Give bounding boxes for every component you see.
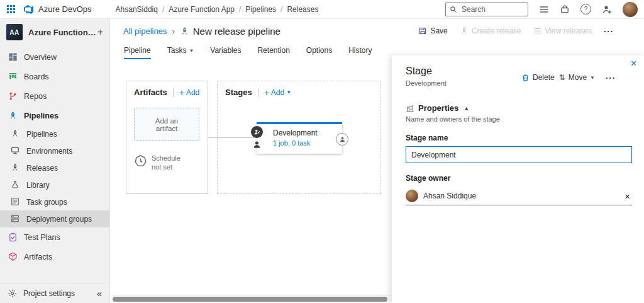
remove-owner-icon[interactable]: × <box>625 191 632 202</box>
panel-subtitle: Development <box>406 79 447 87</box>
tab-retention[interactable]: Retention <box>257 46 289 59</box>
project-name[interactable]: Azure Function App <box>28 28 97 37</box>
divider <box>258 88 258 97</box>
sidebar-item-task-groups[interactable]: Task groups <box>0 193 109 210</box>
properties-title: Properties <box>418 103 458 113</box>
schedule-label: Schedule not set <box>152 154 187 172</box>
move-stage-button[interactable]: ⇅ Move ▼ <box>559 73 595 82</box>
pipelines-icon <box>11 129 20 139</box>
azure-devops-app: Azure DevOps AhsanSiddiq Azure Function … <box>0 0 644 303</box>
plus-icon: + <box>264 88 269 97</box>
stage-card-development[interactable]: Development 1 job, 0 task <box>257 122 342 154</box>
chevron-right-icon: › <box>172 26 174 36</box>
project-settings[interactable]: Project settings « <box>0 283 109 303</box>
waffle-menu-icon[interactable] <box>6 4 16 14</box>
sidebar-item-releases[interactable]: Releases <box>0 159 109 176</box>
save-button[interactable]: Save <box>418 26 447 35</box>
boards-icon <box>8 72 18 81</box>
pipelines-icon <box>8 111 18 120</box>
tab-options[interactable]: Options <box>306 46 332 59</box>
post-deployment-conditions-icon[interactable] <box>336 133 348 146</box>
more-actions-icon[interactable]: ··· <box>604 26 614 36</box>
save-icon <box>418 26 427 35</box>
task-groups-icon <box>11 197 20 207</box>
stage-properties-panel: × Stage Development Delete ⇅ Move ▼ ··· <box>392 55 644 303</box>
all-pipelines-link[interactable]: All pipelines <box>123 26 167 36</box>
add-artifact-dropzone[interactable]: Add an artifact <box>134 108 199 141</box>
properties-section-header[interactable]: Properties ▲ <box>406 103 632 113</box>
artifacts-title: Artifacts <box>134 88 167 97</box>
breadcrumb-org[interactable]: AhsanSiddiq <box>116 5 169 14</box>
user-settings-icon[interactable] <box>602 4 612 14</box>
rocket-icon <box>460 26 469 35</box>
brand-title[interactable]: Azure DevOps <box>38 4 92 14</box>
approvals-person-icon[interactable] <box>252 140 262 149</box>
sidebar-item-artifacts[interactable]: Artifacts <box>0 247 109 266</box>
stage-name-input[interactable] <box>406 146 632 163</box>
test-plans-icon <box>8 232 18 242</box>
sidebar-item-library[interactable]: Library <box>0 176 109 193</box>
tab-pipeline[interactable]: Pipeline <box>124 46 151 59</box>
breadcrumb-releases[interactable]: Releases <box>287 5 318 14</box>
breadcrumb-project[interactable]: Azure Function App <box>169 5 245 14</box>
sidebar: AA Azure Function App + Overview Boards … <box>0 19 110 303</box>
artifacts-panel: Artifacts + Add Add an artifact Schedule… <box>126 81 208 194</box>
horizontal-scrollbar-thumb[interactable] <box>113 297 387 302</box>
divider <box>173 88 174 97</box>
sidebar-item-pipelines[interactable]: Pipelines <box>0 106 109 125</box>
add-project-icon[interactable]: + <box>97 27 103 37</box>
stage-owner-label: Stage owner <box>406 174 632 183</box>
add-stage-button[interactable]: + Add ▼ <box>264 88 291 97</box>
panel-more-icon[interactable]: ··· <box>606 73 616 83</box>
overview-icon <box>8 52 18 62</box>
sidebar-nav: Overview Boards Repos Pipelines Pipeline… <box>0 47 109 266</box>
sidebar-item-boards[interactable]: Boards <box>0 67 109 86</box>
add-artifact-button[interactable]: + Add <box>179 88 200 97</box>
sidebar-item-pipelines-sub[interactable]: Pipelines <box>0 125 109 142</box>
schedule-trigger[interactable]: Schedule not set <box>134 154 200 172</box>
owner-name: Ahsan Siddique <box>423 192 476 200</box>
stage-card-name: Development <box>273 129 337 137</box>
collapse-sidebar-icon[interactable]: « <box>97 288 102 299</box>
chevron-up-icon: ▲ <box>464 105 469 111</box>
search-input[interactable] <box>460 4 524 14</box>
project-avatar[interactable]: AA <box>6 24 23 40</box>
sidebar-item-test-plans[interactable]: Test Plans <box>0 227 109 247</box>
properties-description: Name and owners of the stage <box>406 115 632 123</box>
list-icon[interactable] <box>539 4 549 14</box>
sidebar-item-environments[interactable]: Environments <box>0 142 109 159</box>
breadcrumb-pipelines[interactable]: Pipelines <box>245 5 287 14</box>
create-release-button[interactable]: Create release <box>460 26 521 35</box>
artifacts-icon <box>8 252 18 261</box>
stage-name-label: Stage name <box>406 134 632 142</box>
help-icon[interactable]: ? <box>580 4 591 14</box>
releases-icon <box>11 163 20 173</box>
avatar[interactable] <box>623 2 638 17</box>
breadcrumb: AhsanSiddiq Azure Function App Pipelines… <box>116 5 319 14</box>
schedule-clock-icon <box>134 154 147 168</box>
stage-owner-field[interactable]: Ahsan Siddique × <box>406 187 632 205</box>
sidebar-item-overview[interactable]: Overview <box>0 47 109 67</box>
topbar-actions: ? <box>445 2 638 17</box>
tab-tasks[interactable]: Tasks▼ <box>167 46 194 59</box>
pre-deployment-conditions-icon[interactable] <box>251 126 263 138</box>
close-icon[interactable]: × <box>631 59 636 69</box>
delete-stage-button[interactable]: Delete <box>521 73 555 82</box>
move-updown-icon: ⇅ <box>559 73 565 82</box>
building-icon <box>406 104 414 113</box>
owner-avatar <box>406 190 418 202</box>
marketplace-bag-icon[interactable] <box>560 4 570 14</box>
stage-jobs-link[interactable]: 1 job, 0 task <box>273 139 337 147</box>
top-bar: Azure DevOps AhsanSiddiq Azure Function … <box>0 0 644 19</box>
project-switcher: AA Azure Function App + <box>0 21 109 43</box>
view-releases-button[interactable]: View releases <box>533 26 592 35</box>
plus-icon: + <box>179 88 184 97</box>
tab-variables[interactable]: Variables <box>210 46 241 59</box>
sidebar-item-repos[interactable]: Repos <box>0 86 109 106</box>
azure-devops-logo-icon <box>23 4 34 14</box>
chevron-down-icon: ▼ <box>286 89 291 95</box>
library-icon <box>11 180 20 190</box>
sidebar-item-deployment-groups[interactable]: Deployment groups <box>0 210 109 227</box>
search-box[interactable] <box>445 3 528 16</box>
tab-history[interactable]: History <box>348 46 372 59</box>
